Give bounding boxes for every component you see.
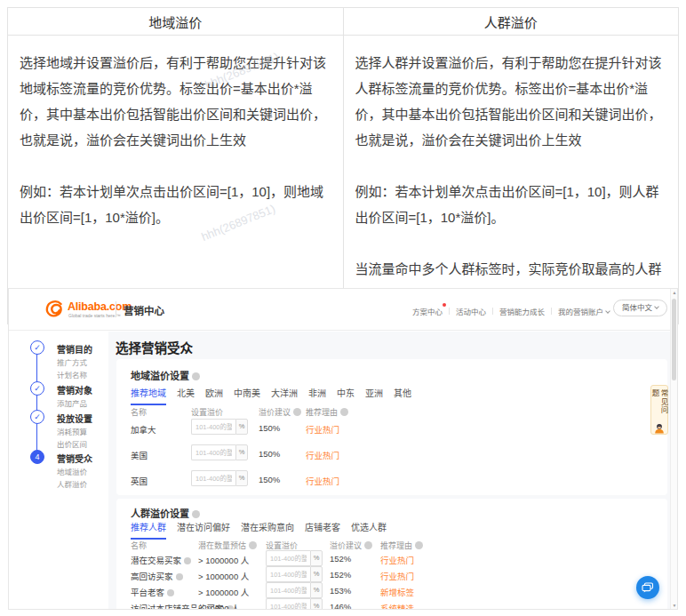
scrollbar-thumb[interactable] <box>672 299 676 380</box>
tab-africa[interactable]: 非洲 <box>308 386 326 405</box>
percent-suffix: % <box>235 444 248 460</box>
scrollbar[interactable] <box>670 289 677 609</box>
percent-suffix: % <box>310 582 323 598</box>
chat-button[interactable] <box>636 576 659 599</box>
info-icon[interactable] <box>415 541 423 549</box>
percent-suffix: % <box>310 598 323 610</box>
customer-service-avatar-icon <box>654 423 665 434</box>
audience-row-name: 潜在交易买家 <box>131 554 191 566</box>
reason-link[interactable]: 行业热门 <box>306 423 339 436</box>
premium-comparison-table: 地域溢价 人群溢价 选择地域并设置溢价后，有利于帮助您在提升针对该地域标签流量的… <box>7 7 679 324</box>
tab-store-regulars[interactable]: 店铺老客 <box>305 520 340 540</box>
tab-potential-purchase-intent[interactable]: 潜在采购意向 <box>241 520 294 540</box>
page-title: 选择营销受众 <box>116 338 193 356</box>
premium-input[interactable] <box>266 550 310 566</box>
step-4-sub-audience-premium[interactable]: 人群溢价 <box>57 478 87 489</box>
info-icon[interactable] <box>184 557 191 564</box>
estimate-value: > 1000000 人 <box>198 554 249 566</box>
region-premium-example: 例如：若本计划单次点击出价区间=[1，10]，则地域出价区间=[1，10*溢价]… <box>20 179 329 230</box>
scroll-down-arrow-icon[interactable] <box>671 603 678 608</box>
estimate-value: < 10000 人 <box>198 602 240 610</box>
info-icon[interactable] <box>249 541 257 549</box>
tab-north-america[interactable]: 北美 <box>177 386 195 405</box>
app-title: 营销中心 <box>124 303 164 317</box>
info-icon[interactable] <box>167 589 174 596</box>
step-3-sub-budget[interactable]: 消耗预算 <box>57 426 87 436</box>
header-divider <box>116 301 116 317</box>
premium-input[interactable] <box>266 566 310 582</box>
region-premium-description: 选择地域并设置溢价后，有利于帮助您在提升针对该地域标签流量的竞价优势。标签出价=… <box>20 50 329 153</box>
step-4-sub-region-premium[interactable]: 地域溢价 <box>57 466 87 476</box>
info-icon[interactable] <box>192 372 200 380</box>
logo-tagline: Global trade starts here.™ <box>68 313 121 318</box>
tab-central-south-america[interactable]: 中南美 <box>234 386 260 405</box>
nav-marketing-growth[interactable]: 营销能力成长 <box>499 306 545 316</box>
chevron-down-icon <box>605 308 610 314</box>
step-2-marketing-object[interactable]: 营销对象 <box>57 383 92 396</box>
info-icon[interactable] <box>192 510 200 518</box>
step-3-delivery-settings[interactable]: 投放设置 <box>57 412 92 425</box>
step-2-sub-add-product[interactable]: 添加产品 <box>57 397 87 408</box>
region-premium-cell: 选择地域并设置溢价后，有利于帮助您在提升针对该地域标签流量的竞价优势。标签出价=… <box>8 36 344 324</box>
reason-link[interactable]: 行业热门 <box>306 475 339 487</box>
info-icon[interactable] <box>293 408 301 416</box>
percent-suffix: % <box>310 550 323 566</box>
region-card-title: 地域溢价设置 <box>131 368 200 382</box>
audience-premium-description: 选择人群并设置溢价后，有利于帮助您在提升针对该人群标签流量的竞价优势。标签出价=… <box>355 50 665 153</box>
step-1-marketing-goal[interactable]: 营销目的 <box>57 342 92 356</box>
premium-input[interactable] <box>191 470 235 486</box>
tab-potential-visit-preference[interactable]: 潜在访问偏好 <box>177 520 230 540</box>
step-4-marketing-audience[interactable]: 营销受众 <box>57 452 92 465</box>
step-2-check-icon[interactable] <box>30 381 44 396</box>
premium-input[interactable] <box>266 582 310 598</box>
reason-link[interactable]: 新增标签 <box>380 586 414 598</box>
tab-europe[interactable]: 欧洲 <box>205 386 223 405</box>
suggestion-value: 150% <box>259 475 280 484</box>
nav-activity-center[interactable]: 活动中心 <box>456 306 486 316</box>
column-header-suggestion: 溢价建议 <box>330 540 372 551</box>
faq-label: 常见问题 <box>650 389 668 421</box>
step-4-number-badge[interactable]: 4 <box>30 450 44 464</box>
reason-link[interactable]: 行业热门 <box>380 570 414 582</box>
nav-my-account[interactable]: 我的营销账户 <box>558 306 610 316</box>
info-icon[interactable] <box>340 408 348 416</box>
premium-input[interactable] <box>191 419 235 435</box>
tab-recommended-audience[interactable]: 推荐人群 <box>131 520 166 540</box>
audience-premium-example: 例如：若本计划单次点击出价区间=[1，10]，则人群出价区间=[1，10*溢价]… <box>355 179 665 230</box>
tab-asia[interactable]: 亚洲 <box>365 386 383 405</box>
audience-row-name: 平台老客 <box>131 586 174 598</box>
column-header-suggestion: 溢价建议 <box>259 406 301 418</box>
reason-link[interactable]: 行业热门 <box>306 449 339 461</box>
nav-plan-center[interactable]: 方案中心 <box>412 306 443 316</box>
nav-separator <box>449 308 450 315</box>
chat-bubbles-icon <box>642 582 654 593</box>
chevron-down-icon <box>654 304 659 309</box>
estimate-value: > 1000000 人 <box>198 586 249 598</box>
tab-oceania[interactable]: 大洋洲 <box>271 386 298 405</box>
step-1-check-icon[interactable] <box>30 340 44 355</box>
suggestion-value: 153% <box>330 586 351 596</box>
faq-floating-tab[interactable]: 常见问题 <box>650 385 668 435</box>
notification-dot <box>443 303 446 307</box>
region-tabs: 推荐地域 北美 欧洲 中南美 大洋洲 非洲 中东 亚洲 其他 <box>131 386 411 405</box>
info-icon[interactable] <box>364 541 372 549</box>
step-3-sub-bid-range[interactable]: 出价区间 <box>57 438 87 449</box>
audience-card-title: 人群溢价设置 <box>131 506 200 520</box>
scroll-up-arrow-icon[interactable] <box>671 290 678 295</box>
tab-recommended-regions[interactable]: 推荐地域 <box>131 386 166 405</box>
tab-other[interactable]: 其他 <box>394 386 411 405</box>
reason-link[interactable]: 系统精选 <box>380 602 414 610</box>
tab-preferred-audience[interactable]: 优选人群 <box>351 520 387 540</box>
premium-input[interactable] <box>191 444 235 460</box>
step-3-check-icon[interactable] <box>30 410 44 424</box>
info-icon[interactable] <box>176 573 183 580</box>
step-1-sub-plan-name[interactable]: 计划名称 <box>57 369 87 380</box>
percent-suffix: % <box>235 419 248 435</box>
column-header-reason: 推荐理由 <box>380 540 423 551</box>
marketing-center-screenshot: Alibaba.com Global trade starts here.™ 营… <box>8 288 678 610</box>
step-1-sub-promotion-method[interactable]: 推广方式 <box>57 356 87 367</box>
premium-input[interactable] <box>266 598 310 610</box>
language-button[interactable]: 简体中文 <box>613 300 667 316</box>
tab-middle-east[interactable]: 中东 <box>337 386 355 405</box>
reason-link[interactable]: 行业热门 <box>380 554 414 566</box>
